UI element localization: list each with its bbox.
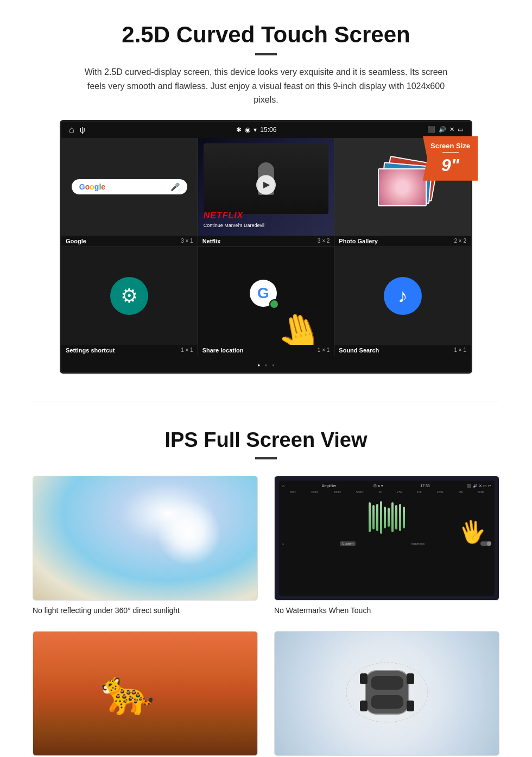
google-widget: Google 🎤 xyxy=(61,138,198,236)
app-cell-netflix[interactable]: ▶ NETFLIX Continue Marvel's Daredevil Ne… xyxy=(198,138,334,247)
gallery-label: Photo Gallery xyxy=(339,238,378,244)
settings-gear-icon: ⚙ xyxy=(121,285,138,307)
netflix-play-button[interactable]: ▶ xyxy=(256,175,276,194)
location-icon: ◉ xyxy=(245,126,250,134)
amp-slider-group-2 xyxy=(372,505,375,529)
status-time: 15:06 xyxy=(260,126,276,134)
badge-label: Screen Size xyxy=(430,142,470,150)
freq-200hz: 200hz xyxy=(333,490,341,494)
status-bar: ⌂ ψ ✱ ◉ ▾ 15:06 ⬛ 🔊 ✕ ▭ xyxy=(61,122,471,138)
amp-slider-1[interactable] xyxy=(369,502,371,532)
svg-rect-2 xyxy=(371,676,403,690)
play-icon: ▶ xyxy=(263,180,270,190)
feature-cheetah: Super Fast Response xyxy=(33,631,258,757)
settings-icon-wrap: ⚙ xyxy=(110,277,148,315)
feature-caption-sunlight: No light reflecting under 360° direct su… xyxy=(33,606,258,615)
title-divider xyxy=(255,53,277,55)
amp-back-icon: « xyxy=(282,542,284,545)
section2: IPS Full Screen View No light reflecting… xyxy=(0,412,532,757)
share-widget: G 🤚 xyxy=(198,247,334,345)
maps-check-dot xyxy=(269,299,279,309)
screen-status-icon: ▭ xyxy=(458,126,463,133)
amp-time: 17:33 xyxy=(420,484,430,488)
feature-sunlight: No light reflecting under 360° direct su… xyxy=(33,476,258,615)
amp-slider-10[interactable] xyxy=(403,507,405,528)
app-cell-sound[interactable]: ♪ Sound Search 1 × 1 xyxy=(334,247,471,356)
svg-rect-3 xyxy=(371,695,403,709)
amp-slider-4[interactable] xyxy=(380,501,382,534)
svg-rect-7 xyxy=(407,701,414,711)
status-bar-center: ✱ ◉ ▾ 15:06 xyxy=(236,126,276,134)
volume-status-icon: 🔊 xyxy=(439,126,446,133)
settings-widget: ⚙ xyxy=(61,247,198,345)
google-logo: Google xyxy=(79,182,105,191)
device-mockup: Screen Size 9" ⌂ ψ ✱ ◉ ▾ 15:06 xyxy=(60,120,472,374)
netflix-label-row: Netflix 3 × 2 xyxy=(198,236,334,247)
maps-icon-bg: G xyxy=(250,280,277,307)
loudness-toggle[interactable] xyxy=(480,541,491,546)
amp-slider-2[interactable] xyxy=(372,505,375,529)
google-label-row: Google 3 × 1 xyxy=(61,236,198,247)
netflix-subtitle: Continue Marvel's Daredevil xyxy=(204,223,264,228)
app-cell-share[interactable]: G 🤚 Share location 1 × 1 xyxy=(198,247,334,356)
badge-size: 9" xyxy=(430,155,470,175)
app-grid: Google 🎤 Google 3 × 1 xyxy=(61,138,471,356)
features-grid: No light reflecting under 360° direct su… xyxy=(33,476,499,757)
feature-car: Large Viewing Angle xyxy=(274,631,499,757)
sound-note-icon: ♪ xyxy=(398,285,408,307)
share-label: Share location xyxy=(202,347,244,354)
freq-2k5: 2.5k xyxy=(397,490,402,494)
amp-home-icon: ⌂ xyxy=(282,484,284,488)
amp-header: ⌂ Amplifier ⊟ ♦ ▾ 17:33 ⬛ 🔊 ✕ ▭ ↩ xyxy=(282,484,491,488)
freq-1k: 1k xyxy=(379,490,382,494)
flower-image xyxy=(379,169,426,205)
amp-right-icons: ⬛ 🔊 ✕ ▭ ↩ xyxy=(467,484,491,488)
car-svg xyxy=(344,660,430,725)
google-mic-icon[interactable]: 🎤 xyxy=(170,182,180,191)
google-search-bar[interactable]: Google 🎤 xyxy=(72,179,187,194)
dot-inactive-1: ● xyxy=(265,363,268,368)
amp-slider-8[interactable] xyxy=(395,505,397,529)
pagination-dots: ● ● ● xyxy=(61,356,471,372)
feature-img-amplifier: ⌂ Amplifier ⊟ ♦ ▾ 17:33 ⬛ 🔊 ✕ ▭ ↩ 60hz 1… xyxy=(274,476,499,601)
amp-freq-labels: 60hz 100hz 200hz 500hz 1k 2.5k 10k 12.5k… xyxy=(282,490,491,494)
app-cell-google[interactable]: Google 🎤 Google 3 × 1 xyxy=(61,138,198,247)
sound-icon-wrap: ♪ xyxy=(384,277,422,315)
svg-rect-5 xyxy=(407,673,414,684)
amp-custom-button[interactable]: Custom xyxy=(340,541,356,546)
amp-slider-6[interactable] xyxy=(388,508,390,527)
amp-mini-screen: ⌂ Amplifier ⊟ ♦ ▾ 17:33 ⬛ 🔊 ✕ ▭ ↩ 60hz 1… xyxy=(279,481,495,596)
settings-label-row: Settings shortcut 1 × 1 xyxy=(61,345,198,356)
gallery-item-3 xyxy=(378,168,427,206)
feature-img-cheetah xyxy=(33,631,258,756)
maps-icon: G xyxy=(250,280,282,312)
gallery-label-row: Photo Gallery 2 × 2 xyxy=(334,236,471,247)
dot-inactive-2: ● xyxy=(272,363,275,368)
section2-title: IPS Full Screen View xyxy=(33,428,499,452)
status-bar-left: ⌂ ψ xyxy=(69,125,85,135)
freq-60hz: 60hz xyxy=(290,490,296,494)
section-divider xyxy=(33,401,499,401)
netflix-grid-size: 3 × 2 xyxy=(318,238,330,244)
sound-widget: ♪ xyxy=(334,247,471,345)
device-screen: ⌂ ψ ✱ ◉ ▾ 15:06 ⬛ 🔊 ✕ ▭ xyxy=(60,120,472,374)
home-icon[interactable]: ⌂ xyxy=(69,125,74,135)
bluetooth-icon: ✱ xyxy=(236,126,242,134)
netflix-logo: NETFLIX xyxy=(204,211,244,220)
sound-label: Sound Search xyxy=(339,347,379,354)
feature-img-sunlight xyxy=(33,476,258,601)
section2-divider xyxy=(255,457,277,459)
amp-slider-3[interactable] xyxy=(376,504,378,531)
svg-rect-4 xyxy=(360,673,368,684)
amp-slider-9[interactable] xyxy=(399,504,401,531)
usb-icon: ψ xyxy=(80,125,85,134)
screen-size-badge: Screen Size 9" xyxy=(423,136,478,181)
app-cell-settings[interactable]: ⚙ Settings shortcut 1 × 1 xyxy=(61,247,198,356)
svg-rect-6 xyxy=(360,701,368,711)
freq-15k: 15k xyxy=(459,490,463,494)
amp-slider-5[interactable] xyxy=(384,507,386,528)
amp-slider-7[interactable] xyxy=(391,502,394,532)
gallery-stack xyxy=(370,160,435,214)
share-grid-size: 1 × 1 xyxy=(318,347,330,353)
amp-slider-group-1 xyxy=(369,502,371,532)
